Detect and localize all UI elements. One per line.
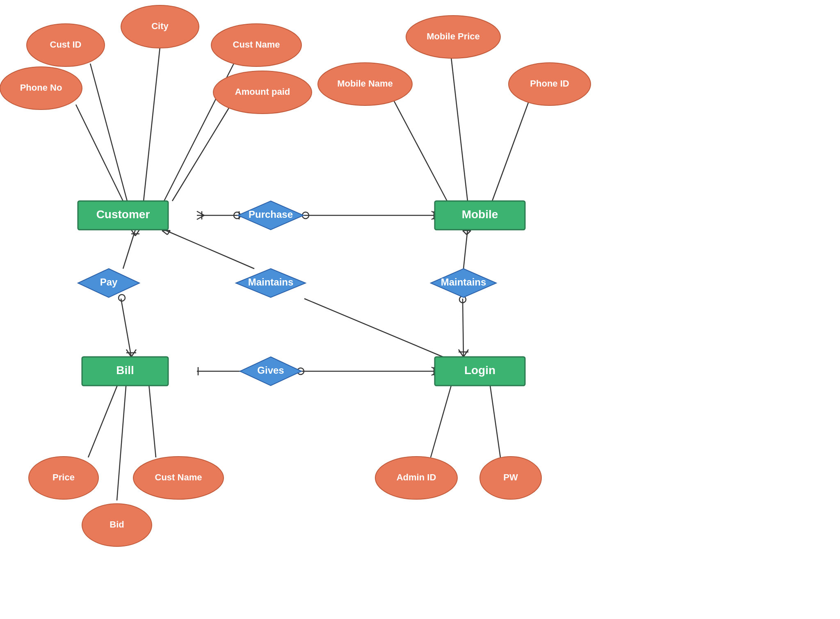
attr-cust-name2-label: Cust Name bbox=[155, 472, 202, 482]
attr-bid-label: Bid bbox=[110, 519, 124, 530]
attr-cust-name-label: Cust Name bbox=[233, 39, 280, 50]
line-bid-bill bbox=[117, 371, 127, 500]
svg-line-24 bbox=[459, 349, 463, 357]
rel-maintains-left-label: Maintains bbox=[248, 276, 294, 288]
er-diagram: Cust ID City Cust Name Phone No Amount p… bbox=[0, 0, 840, 619]
line-phoneid-mobile bbox=[492, 101, 529, 201]
attr-mobile-name-label: Mobile Name bbox=[337, 78, 393, 89]
line-custid-customer bbox=[90, 64, 127, 201]
entity-bill-label: Bill bbox=[116, 364, 134, 377]
entity-login-label: Login bbox=[464, 364, 495, 377]
attr-mobile-price-label: Mobile Price bbox=[427, 31, 480, 41]
line-phoneno-customer bbox=[76, 105, 123, 201]
line-maintains-login bbox=[304, 299, 443, 357]
attr-phone-no-label: Phone No bbox=[20, 82, 62, 93]
line-pay-bill bbox=[121, 299, 131, 357]
rel-pay-label: Pay bbox=[100, 276, 118, 288]
attr-cust-id-label: Cust ID bbox=[50, 39, 82, 50]
attr-price-label: Price bbox=[52, 472, 75, 482]
attr-city-label: City bbox=[151, 21, 169, 31]
attr-phone-id-label: Phone ID bbox=[530, 78, 569, 89]
entity-mobile-label: Mobile bbox=[462, 208, 498, 221]
svg-line-1 bbox=[197, 211, 204, 215]
line-mobileprice-mobile bbox=[451, 57, 468, 201]
svg-line-11 bbox=[135, 230, 139, 236]
svg-point-13 bbox=[119, 295, 125, 301]
rel-maintains-right-label: Maintains bbox=[441, 276, 486, 288]
line-amountpaid-customer bbox=[172, 107, 230, 201]
line-customer-pay-top bbox=[123, 230, 135, 269]
svg-line-2 bbox=[197, 215, 204, 219]
line-mobile-maintains bbox=[463, 230, 468, 269]
line-mobilename-mobile bbox=[394, 101, 447, 201]
attr-pw-label: PW bbox=[503, 472, 518, 482]
entity-customer-label: Customer bbox=[96, 208, 150, 221]
line-customer-maintains bbox=[164, 230, 254, 269]
svg-line-25 bbox=[463, 349, 468, 357]
attr-amount-paid-label: Amount paid bbox=[235, 87, 290, 97]
line-city-customer bbox=[144, 47, 160, 201]
svg-line-21 bbox=[463, 231, 467, 235]
attr-admin-id-label: Admin ID bbox=[397, 472, 436, 482]
line-maintains-login-right bbox=[463, 299, 463, 357]
rel-purchase-label: Purchase bbox=[249, 209, 293, 220]
rel-gives-label: Gives bbox=[257, 365, 284, 376]
